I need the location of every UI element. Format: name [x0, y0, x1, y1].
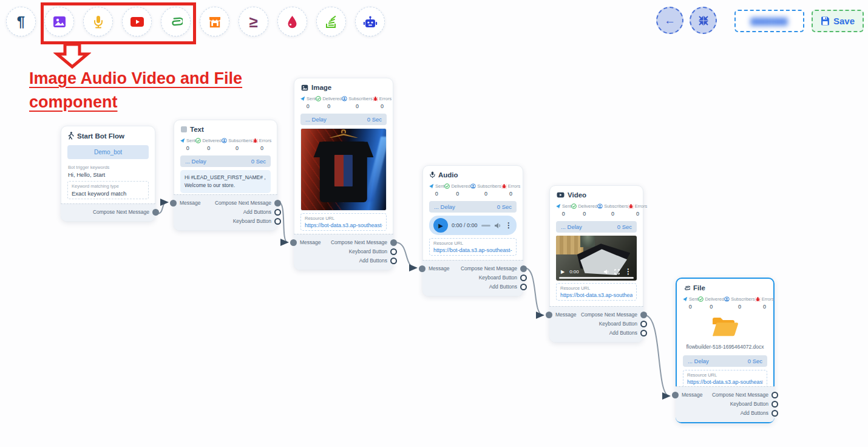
- input-port-message[interactable]: [672, 392, 679, 398]
- node-footer: Message Compose Next Message Keyboard Bu…: [676, 386, 775, 422]
- node-image[interactable]: Image Sent0 Delivered0 Subscribers0 Erro…: [294, 78, 393, 270]
- edge-image-to-audio[interactable]: [395, 242, 416, 268]
- trigger-keywords-field[interactable]: Bot trigger keywords Hi, Hello, Start: [61, 163, 155, 179]
- fit-view-button[interactable]: [690, 7, 717, 34]
- fullscreen-icon[interactable]: [614, 269, 620, 275]
- redacted-button[interactable]: ███████: [734, 10, 804, 32]
- microphone-icon: [92, 15, 104, 29]
- toolbar-audio-button[interactable]: [83, 7, 113, 36]
- file-name: flowbuilder-518-1695464072.docx: [677, 343, 773, 352]
- resource-url-link[interactable]: https://bot-data.s3.ap-southeast-1.wasab…: [560, 292, 632, 298]
- audio-player[interactable]: ▶ 0:00 / 0:00 ⋮: [429, 216, 517, 235]
- toolbar-video-button[interactable]: [122, 7, 152, 36]
- video-progress-bar[interactable]: [559, 277, 633, 279]
- toolbar-drip-button[interactable]: [277, 7, 307, 36]
- microphone-small-icon: [430, 171, 435, 179]
- resource-url-box: Resource URL https://bot-data.s3.ap-sout…: [683, 370, 767, 387]
- output-port-add-buttons[interactable]: [520, 284, 527, 290]
- output-port-keyboard[interactable]: [771, 401, 778, 408]
- file-preview[interactable]: [677, 311, 773, 343]
- edge-video-to-file[interactable]: [645, 315, 670, 396]
- subscribers-icon: [470, 183, 476, 189]
- output-port-add-buttons[interactable]: [640, 330, 647, 336]
- toolbar-image-button[interactable]: [44, 7, 74, 36]
- errors-icon: [373, 96, 378, 101]
- resource-url-link[interactable]: https://bot-data.s3.ap-southeast-1.wasab…: [433, 247, 512, 253]
- input-port-message[interactable]: [419, 265, 426, 272]
- output-port-compose[interactable]: [771, 392, 778, 398]
- subscribers-icon: [342, 96, 347, 101]
- video-volume-icon[interactable]: [603, 269, 609, 275]
- delay-setting[interactable]: ... Delay0 Sec: [429, 201, 517, 213]
- output-port-keyboard[interactable]: [390, 248, 397, 255]
- video-kebab-icon[interactable]: ⋮: [625, 267, 632, 276]
- delay-setting[interactable]: ... Delay0 Sec: [180, 155, 271, 167]
- node-footer: Message Compose Next Message Keyboard Bu…: [294, 234, 393, 270]
- paperclip-small-icon: [683, 285, 690, 292]
- output-port-add-buttons[interactable]: [390, 258, 397, 264]
- highlight-down-arrow-icon: [53, 43, 91, 69]
- back-button[interactable]: ←: [656, 7, 683, 34]
- volume-icon[interactable]: [494, 222, 501, 229]
- floppy-disk-icon: [821, 16, 830, 26]
- field-label: Bot trigger keywords: [68, 165, 148, 170]
- node-video[interactable]: Video Sent0 Delivered0 Subscribers0 Erro…: [549, 185, 643, 343]
- pillow: [556, 236, 583, 254]
- save-button[interactable]: Save: [812, 10, 864, 32]
- delivered-icon: [195, 138, 201, 143]
- delay-setting[interactable]: ... Delay0 Sec: [300, 114, 387, 125]
- output-port-compose[interactable]: [390, 239, 397, 246]
- video-play-icon[interactable]: ▶: [561, 269, 565, 275]
- field-label: Keyword matching type: [72, 183, 144, 189]
- output-port-keyboard[interactable]: [640, 321, 647, 327]
- toolbar-file-button[interactable]: [161, 7, 191, 36]
- output-port-add-buttons[interactable]: [771, 410, 778, 417]
- node-audio[interactable]: Audio Sent0 Delivered0 Subscribers0 Erro…: [422, 165, 523, 296]
- output-port-compose[interactable]: [520, 265, 527, 272]
- input-port-message[interactable]: [170, 200, 177, 206]
- keyword-matching-field[interactable]: Keyword matching type Exact keyword matc…: [67, 181, 149, 199]
- delay-setting[interactable]: ... Delay0 Sec: [683, 355, 767, 367]
- resource-url-link[interactable]: https://bot-data.s3.ap-southeast-1.wasab…: [687, 379, 763, 385]
- redacted-text: ███████: [751, 18, 788, 25]
- play-button[interactable]: ▶: [433, 218, 448, 233]
- compose-next-message-label: Compose Next Message: [581, 312, 637, 318]
- kebab-menu-icon[interactable]: ⋮: [505, 221, 512, 230]
- image-preview[interactable]: [300, 128, 387, 211]
- output-port-compose[interactable]: [274, 200, 281, 206]
- audio-seek-bar[interactable]: [481, 225, 490, 227]
- node-text[interactable]: Text Sent0 Delivered0 Subscribers0 Error…: [174, 120, 277, 231]
- video-preview[interactable]: ▶ 0:00 ⋮: [556, 236, 637, 281]
- back-arrow-icon: ←: [664, 14, 676, 27]
- output-port-keyboard[interactable]: [520, 275, 527, 281]
- input-port-message[interactable]: [546, 312, 552, 318]
- message-text[interactable]: Hi #LEAD_USER_FIRST_NAME# , Welcome to o…: [180, 170, 271, 193]
- edge-audio-to-video[interactable]: [524, 268, 543, 315]
- output-port-compose[interactable]: [152, 209, 159, 216]
- keyboard-button-label: Keyboard Button: [479, 275, 517, 281]
- node-title: Audio: [438, 171, 458, 179]
- output-port-compose[interactable]: [640, 312, 647, 318]
- video-camera-icon: [557, 192, 565, 198]
- node-title: Text: [190, 126, 204, 133]
- resource-url-link[interactable]: https://bot-data.s3.ap-southeast-1.wasab…: [305, 222, 382, 228]
- delivered-icon: [698, 296, 704, 302]
- node-start-bot-flow[interactable]: Start Bot Flow Demo_bot Bot trigger keyw…: [61, 126, 155, 222]
- input-port-message[interactable]: [290, 239, 297, 246]
- compose-next-message-label: Compose Next Message: [215, 200, 271, 206]
- delay-setting[interactable]: ... Delay0 Sec: [556, 221, 637, 233]
- toolbar-ecommerce-button[interactable]: [200, 7, 229, 36]
- sent-icon: [682, 296, 688, 302]
- node-file[interactable]: File Sent0 Delivered0 Subscribers0 Error…: [676, 278, 775, 423]
- resource-url-label: Resource URL: [305, 216, 382, 221]
- field-value: Exact keyword match: [72, 190, 144, 197]
- toolbar-bot-button[interactable]: [355, 7, 385, 36]
- toolbar-condition-button[interactable]: ≥: [239, 7, 268, 36]
- output-port-add-buttons[interactable]: [274, 209, 281, 216]
- flow-builder-canvas[interactable]: ¶ ≥: [0, 0, 868, 447]
- toolbar-sequence-button[interactable]: [316, 7, 346, 36]
- add-buttons-label: Add Buttons: [741, 410, 768, 416]
- toolbar-text-button[interactable]: ¶: [6, 7, 36, 36]
- output-port-keyboard[interactable]: [274, 218, 281, 225]
- bot-name-button[interactable]: Demo_bot: [67, 145, 149, 159]
